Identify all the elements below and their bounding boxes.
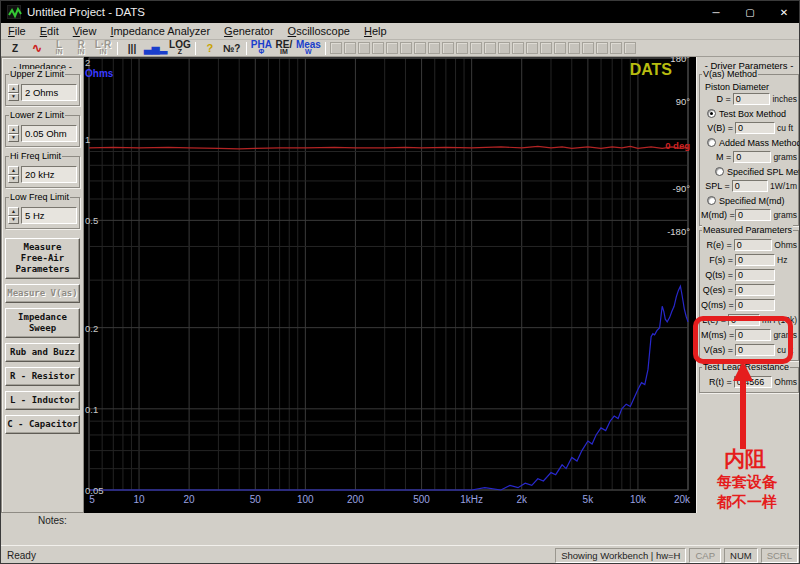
re-im-icon[interactable]: RE/IM <box>274 41 294 56</box>
context-help-icon[interactable]: №? <box>222 41 242 56</box>
menu-item-impedance-analyzer[interactable]: Impedance Analyzer <box>103 24 217 38</box>
memory-slot-icon <box>512 42 524 54</box>
sine-generator-icon-glyph: ∿ <box>32 44 42 53</box>
vas-field-label-4: M = <box>701 152 733 162</box>
impedance-settings-panel: - Impedance - Upper Z Limit▲▼2 OhmsLower… <box>1 57 84 513</box>
memory-slot-icon <box>568 42 580 54</box>
status-workbench-text: Showing Workbench | hw=H <box>555 548 686 563</box>
measure-w-icon[interactable]: MeasW <box>296 41 321 56</box>
radio-row-3[interactable]: Added Mass Method <box>707 136 797 149</box>
limit-group-1: Lower Z Limit▲▼0.05 Ohm <box>5 115 80 147</box>
log-z-icon-sub: Z <box>178 49 182 56</box>
close-button[interactable]: ✕ <box>767 1 800 23</box>
memory-slot-icon <box>624 42 636 54</box>
radio-row-1[interactable]: Test Box Method <box>707 107 797 120</box>
measured-label-1: F(s) = <box>701 255 735 265</box>
menu-item-help[interactable]: Help <box>357 24 394 38</box>
radio-selected[interactable] <box>707 109 716 118</box>
vas-field-unit-6: 1W/1m <box>768 181 797 191</box>
re-im-icon-sub: IM <box>280 49 288 56</box>
left-button-l-inductor[interactable]: L - Inductor <box>5 391 80 410</box>
vas-field-value-4[interactable]: 0 <box>733 151 771 163</box>
phase-icon[interactable]: PHAΦ <box>251 41 272 56</box>
vas-field-value-6[interactable]: 0 <box>732 180 768 192</box>
measured-value-3[interactable]: 0 <box>735 284 775 296</box>
annotation-arrow-icon <box>730 361 756 449</box>
menu-item-generator[interactable]: Generator <box>217 24 281 38</box>
vas-field-value-2[interactable]: 0 <box>735 122 775 134</box>
measured-value-1[interactable]: 0 <box>735 254 775 266</box>
spinner-down-icon[interactable]: ▼ <box>8 134 19 143</box>
chart-background <box>84 57 696 513</box>
phase-tick-label: -90° <box>672 183 690 194</box>
radio-row-7[interactable]: Specified M(md) <box>707 194 797 207</box>
vas-field-row-0: D =0inches <box>701 92 797 106</box>
radio-label-3: Added Mass Method <box>719 138 800 148</box>
vas-field-unit-4: grams <box>771 152 797 162</box>
wave-icon[interactable]: ▃▅▂ <box>144 41 167 56</box>
chart-plot: 51020501002005001kHz2k5k10k20k210.50.20.… <box>84 57 696 513</box>
limit-value-field-1[interactable]: 0.05 Ohm <box>21 125 77 142</box>
left-button-measure[interactable]: Measure Free-Air Parameters <box>5 238 80 279</box>
help-icon[interactable]: ? <box>200 41 220 56</box>
menu-item-file[interactable]: File <box>1 24 33 38</box>
ohms-axis-label: Ohms <box>85 68 114 79</box>
x-tick-label: 10 <box>133 494 145 505</box>
left-button-c-capacitor[interactable]: C - Capacitor <box>5 415 80 434</box>
memory-slot-icon <box>540 42 552 54</box>
radio-unselected[interactable] <box>707 138 716 147</box>
x-tick-label: 20 <box>184 494 196 505</box>
left-button-rub-and-buzz[interactable]: Rub and Buzz <box>5 343 80 362</box>
vas-field-value-0[interactable]: 0 <box>733 93 771 105</box>
menu-item-oscilloscope[interactable]: Oscilloscope <box>281 24 357 38</box>
ohm-tick-label: 1 <box>85 134 90 145</box>
impedance-z-icon[interactable]: Z <box>5 41 25 56</box>
measured-value-4[interactable]: 0 <box>735 299 775 311</box>
radio-unselected[interactable] <box>715 167 724 176</box>
measured-value-2[interactable]: 0 <box>735 269 775 281</box>
measured-value-0[interactable]: 0 <box>734 239 773 251</box>
window-title: Untitled Project - DATS <box>27 6 145 18</box>
radio-row-5[interactable]: Specified SPL Method <box>715 165 797 178</box>
memory-slot-icon <box>498 42 510 54</box>
spinner-down-icon[interactable]: ▼ <box>8 216 19 225</box>
ohm-tick-label: 0.2 <box>85 323 98 334</box>
measured-unit-1: Hz <box>775 255 787 265</box>
left-button-impedance[interactable]: Impedance Sweep <box>5 308 80 338</box>
vas-field-value-8[interactable]: 0 <box>735 209 771 221</box>
measured-unit-0: Ohms <box>772 240 797 250</box>
memory-slot-icon <box>372 42 384 54</box>
spinner-up-icon[interactable]: ▲ <box>8 166 19 175</box>
title-bar: Untitled Project - DATS ─ ▢ ✕ <box>1 1 800 23</box>
sine-generator-icon[interactable]: ∿ <box>27 41 47 56</box>
spinner-down-icon[interactable]: ▼ <box>8 175 19 184</box>
limit-value-field-0[interactable]: 2 Ohms <box>21 84 77 101</box>
maximize-button[interactable]: ▢ <box>733 1 767 23</box>
x-tick-label: 10k <box>630 494 647 505</box>
context-help-icon-glyph: №? <box>223 44 240 53</box>
annotation-text-line3: 都不一样 <box>695 493 799 512</box>
spinner-down-icon[interactable]: ▼ <box>8 93 19 102</box>
piston-diameter-label: Piston Diameter <box>705 82 797 92</box>
status-indicator-cap: CAP <box>689 548 721 563</box>
toolbar-separator <box>246 42 247 55</box>
log-z-icon[interactable]: LOGZ <box>169 41 191 56</box>
memory-slot-icon <box>400 42 412 54</box>
memory-slot-icon <box>610 42 622 54</box>
memory-slot-icon <box>344 42 356 54</box>
menu-item-edit[interactable]: Edit <box>33 24 66 38</box>
minimize-button[interactable]: ─ <box>699 1 733 23</box>
bars-icon[interactable]: ||| <box>122 41 142 56</box>
rt-unit-label: Ohms <box>772 377 797 387</box>
spinner-up-icon[interactable]: ▲ <box>8 125 19 134</box>
limit-value-field-3[interactable]: 5 Hz <box>21 207 77 224</box>
left-button-r-resistor[interactable]: R - Resistor <box>5 367 80 386</box>
limit-spinner-1: ▲▼ <box>8 125 19 142</box>
radio-unselected[interactable] <box>707 196 716 205</box>
menu-item-view[interactable]: View <box>66 24 104 38</box>
limit-value-field-2[interactable]: 20 kHz <box>21 166 77 183</box>
spinner-up-icon[interactable]: ▲ <box>8 84 19 93</box>
memory-slot-icon <box>442 42 454 54</box>
spinner-up-icon[interactable]: ▲ <box>8 207 19 216</box>
measured-row-0: R(e) =0Ohms <box>701 238 797 252</box>
